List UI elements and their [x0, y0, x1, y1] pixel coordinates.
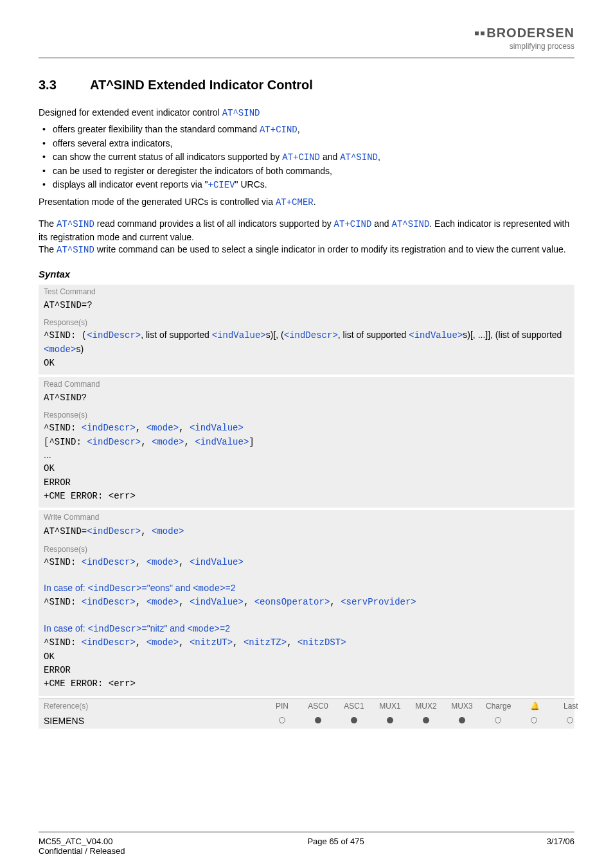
write-response: ^SIND: <indDescr>, <mode>, <indValue> In… [39, 554, 574, 696]
param-link[interactable]: <indValue> [190, 423, 244, 433]
param-link[interactable]: <indValue> [212, 330, 266, 341]
filled-circle-icon [342, 716, 366, 725]
footer: MC55_ATC_V04.00 Confidential / Released … [39, 831, 574, 856]
param-link[interactable]: <eonsOperator> [254, 597, 330, 607]
cmd-link[interactable]: AT+CIND [260, 125, 298, 135]
param-link[interactable]: <mode> [152, 437, 184, 447]
param-link[interactable]: <mode> [147, 597, 179, 607]
param-link[interactable]: <indValue> [195, 437, 249, 447]
cmd-link[interactable]: AT+CIND [334, 219, 372, 229]
col-header: MUX2 [414, 702, 438, 711]
param-link[interactable]: <indValue> [190, 557, 244, 567]
param-link[interactable]: <indDescr> [87, 624, 141, 634]
test-response: ^SIND: (<indDescr>, list of supported <i… [39, 327, 574, 375]
param-link[interactable]: <indDescr> [87, 526, 141, 536]
section-heading: AT^SIND Extended Indicator Control [90, 78, 313, 92]
open-circle-icon [558, 716, 582, 725]
col-header: Last [558, 702, 583, 711]
row-values [270, 713, 582, 728]
reference-columns: PIN ASC0 ASC1 MUX1 MUX2 MUX3 Charge 🔔 La… [270, 699, 583, 713]
col-header: ASC1 [342, 702, 366, 711]
col-header: Charge [486, 702, 511, 711]
param-link[interactable]: <mode> [152, 526, 184, 536]
param-link[interactable]: <indValue> [409, 330, 463, 341]
write-command-block: Write Command AT^SIND=<indDescr>, <mode>… [39, 510, 574, 695]
cmd-link[interactable]: AT+CIND [282, 152, 320, 163]
filled-circle-icon [306, 716, 330, 725]
filled-circle-icon [414, 716, 438, 725]
param-link[interactable]: <mode> [147, 423, 179, 433]
read-command-block: Read Command AT^SIND? Response(s) ^SIND:… [39, 377, 574, 508]
param-link[interactable]: <indDescr> [82, 597, 136, 607]
filled-circle-icon [450, 716, 474, 725]
logo: BRODERSEN [475, 26, 574, 40]
filled-circle-icon [378, 716, 402, 725]
cmd-link[interactable]: AT^SIND [392, 219, 430, 229]
write-command: AT^SIND=<indDescr>, <mode> [39, 523, 574, 543]
intro-paragraph: Designed for extended event indicator co… [39, 107, 574, 120]
footer-left: MC55_ATC_V04.00 Confidential / Released [39, 837, 125, 856]
cmd-link[interactable]: +CIEV [208, 180, 235, 190]
read-command: AT^SIND? [39, 390, 574, 409]
list-item: can show the current status of all indic… [41, 150, 574, 164]
cmd-link[interactable]: AT+CMER [276, 197, 314, 208]
reference-header-row: Reference(s) PIN ASC0 ASC1 MUX1 MUX2 MUX… [39, 698, 574, 713]
footer-center: Page 65 of 475 [307, 837, 364, 856]
open-circle-icon [486, 716, 510, 725]
cmd-link[interactable]: AT^SIND [222, 108, 260, 118]
param-link[interactable]: <indDescr> [87, 330, 141, 341]
footer-right: 3/17/06 [547, 837, 574, 856]
cmd-link[interactable]: AT^SIND [57, 245, 94, 255]
section-number: 3.3 [39, 78, 90, 93]
open-circle-icon [270, 716, 294, 725]
param-link[interactable]: <mode> [188, 624, 220, 634]
param-link[interactable]: <indDescr> [82, 557, 136, 567]
logo-square-icon [475, 31, 479, 35]
param-link[interactable]: <mode> [44, 344, 76, 355]
param-link[interactable]: <indDescr> [82, 637, 136, 648]
cmd-link[interactable]: AT^SIND [57, 219, 94, 229]
param-link[interactable]: <mode> [147, 637, 179, 648]
header-rule [39, 57, 574, 58]
col-header: ASC0 [306, 702, 330, 711]
col-header: MUX1 [378, 702, 402, 711]
list-item: offers several extra indicators, [41, 137, 574, 150]
response-label: Response(s) [39, 317, 574, 327]
row-label: SIEMENS [39, 713, 270, 729]
test-command: AT^SIND=? [39, 297, 574, 317]
logo-square-icon [481, 31, 484, 35]
response-label: Response(s) [39, 409, 574, 420]
header: BRODERSEN simplifying process [39, 26, 574, 51]
param-link[interactable]: <nitzDST> [298, 637, 346, 648]
param-link[interactable]: <mode> [193, 583, 225, 594]
cmd-link[interactable]: AT^SIND [340, 152, 378, 163]
block-label: Read Command [39, 377, 574, 390]
param-link[interactable]: <indDescr> [87, 583, 141, 594]
col-header: PIN [270, 702, 294, 711]
param-link[interactable]: <mode> [147, 557, 179, 567]
col-header: MUX3 [450, 702, 474, 711]
tagline: simplifying process [475, 42, 574, 51]
col-header-bell-icon: 🔔 [522, 702, 547, 711]
param-link[interactable]: <indDescr> [87, 437, 141, 447]
section-title: 3.3AT^SIND Extended Indicator Control [39, 78, 574, 93]
param-link[interactable]: <nitzTZ> [244, 637, 287, 648]
list-item: offers greater flexibility than the stan… [41, 123, 574, 137]
param-link[interactable]: <servProvider> [341, 597, 416, 607]
presentation-paragraph: Presentation mode of the generated URCs … [39, 196, 574, 209]
param-link[interactable]: <indDescr> [284, 330, 338, 341]
param-link[interactable]: <nitzUT> [190, 637, 233, 648]
param-link[interactable]: <indDescr> [82, 423, 136, 433]
block-label: Write Command [39, 510, 574, 523]
reference-label: Reference(s) [39, 699, 270, 713]
test-command-block: Test Command AT^SIND=? Response(s) ^SIND… [39, 285, 574, 375]
open-circle-icon [522, 716, 546, 725]
read-response: ^SIND: <indDescr>, <mode>, <indValue> [^… [39, 420, 574, 508]
block-label: Test Command [39, 285, 574, 297]
param-link[interactable]: <indValue> [190, 597, 244, 607]
list-item: can be used to register or deregister th… [41, 164, 574, 178]
logo-text: BRODERSEN [486, 26, 574, 40]
intro-bullet-list: offers greater flexibility than the stan… [39, 123, 574, 192]
response-label: Response(s) [39, 544, 574, 554]
list-item: displays all indicator event reports via… [41, 178, 574, 192]
